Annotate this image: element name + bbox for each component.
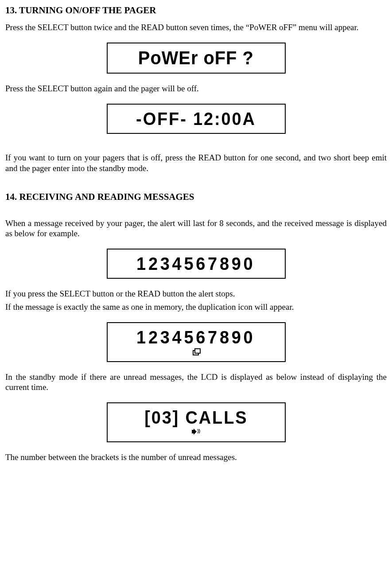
section-13-para-1: Press the SELECT button twice and the RE… (5, 22, 387, 33)
lcd-display-message-received: 1234567890 (5, 249, 387, 279)
section-13-para-2: Press the SELECT button again and the pa… (5, 83, 387, 94)
lcd-text: 1234567890 (136, 255, 255, 273)
section-14-para-2b: If the message is exactly the same as on… (5, 302, 387, 312)
section-14-para-2a: If you press the SELECT button or the RE… (5, 288, 387, 299)
section-14-para-3: In the standby mode if there are unread … (5, 372, 387, 393)
section-13-title: 13. TURNING ON/OFF THE PAGER (5, 4, 387, 16)
lcd-display-off-clock: -OFF- 12:00A (5, 104, 387, 134)
section-14-para-1: When a message received by your pager, t… (5, 218, 387, 239)
section-14-para-4: The number between the brackets is the n… (5, 452, 387, 463)
lcd-text: -OFF- 12:00A (136, 110, 256, 128)
speaker-icon: )) (192, 429, 201, 435)
lcd-text: PoWEr oFF ? (138, 49, 254, 67)
lcd-text: 1234567890 (136, 328, 255, 346)
duplication-icon (193, 348, 200, 355)
lcd-text: [03] CALLS (144, 409, 248, 426)
section-13-para-3: If you want to turn on your pagers that … (5, 152, 387, 174)
lcd-display-message-duplicate: 1234567890 (5, 322, 387, 362)
lcd-display-poweroff-menu: PoWEr oFF ? (5, 43, 387, 74)
lcd-display-unread-calls: [03] CALLS )) (5, 402, 387, 442)
section-14-title: 14. RECEIVING AND READING MESSAGES (5, 191, 387, 203)
